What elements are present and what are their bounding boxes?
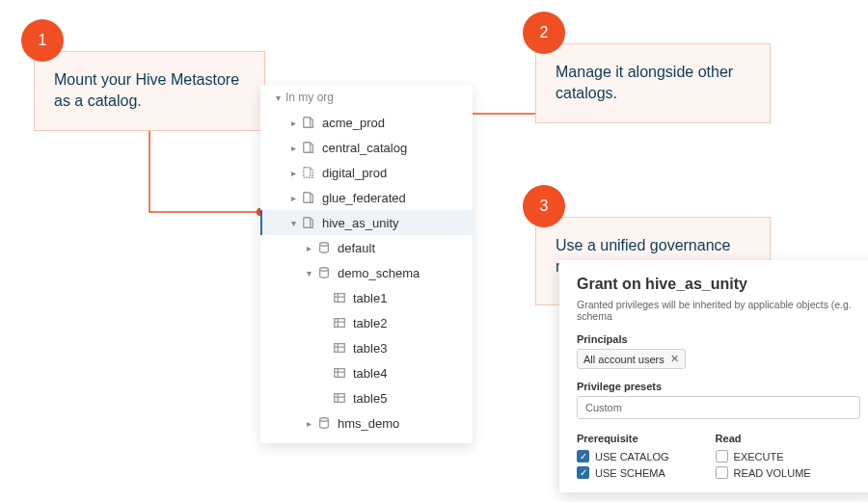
chevron-down-icon: ▾ — [303, 268, 314, 278]
svg-rect-10 — [335, 319, 345, 328]
table-icon — [332, 340, 347, 356]
col-read: Read — [716, 433, 811, 444]
chevron-right-icon: ▸ — [303, 418, 314, 429]
svg-rect-5 — [304, 193, 311, 203]
priv-use-schema[interactable]: ✓ USE SCHEMA — [577, 466, 669, 479]
tree-item-central-catalog[interactable]: ▸ central_catalog — [260, 135, 473, 160]
svg-point-7 — [320, 243, 329, 247]
checkbox-icon[interactable] — [716, 466, 728, 479]
tree-item-hms-demo[interactable]: ▸ hms_demo — [260, 410, 473, 436]
priv-use-catalog[interactable]: ✓ USE CATALOG — [577, 450, 669, 462]
tree-label: table3 — [353, 341, 387, 356]
tree-item-table2[interactable]: ▸ table2 — [260, 310, 473, 335]
table-icon — [332, 290, 347, 305]
chevron-right-icon: ▸ — [287, 118, 299, 128]
catalog-icon — [301, 140, 316, 155]
tree-label: default — [338, 241, 375, 255]
catalog-outline-icon — [301, 165, 316, 180]
tree-item-default[interactable]: ▸ default — [260, 235, 473, 260]
svg-rect-4 — [304, 168, 311, 178]
tree-label: glue_federated — [322, 191, 406, 205]
priv-label: USE CATALOG — [595, 451, 669, 462]
table-icon — [332, 390, 347, 406]
svg-rect-9 — [335, 294, 345, 303]
tree-label: acme_prod — [322, 116, 385, 130]
checkbox-checked-icon[interactable]: ✓ — [577, 450, 589, 462]
table-icon — [332, 315, 347, 330]
tree-label: table5 — [353, 391, 387, 406]
chevron-down-icon: ▾ — [287, 218, 299, 228]
checkbox-icon[interactable] — [716, 450, 728, 462]
grant-title: Grant on hive_as_unity — [577, 276, 860, 293]
svg-rect-2 — [304, 118, 311, 128]
catalog-tree: ▾ In my org ▸ acme_prod ▸ central_catalo… — [260, 85, 473, 443]
priv-read-volume[interactable]: READ VOLUME — [716, 466, 811, 479]
table-icon — [332, 365, 347, 381]
tree-label: hive_as_unity — [322, 216, 399, 230]
chevron-right-icon: ▸ — [287, 193, 299, 203]
badge-3: 3 — [523, 185, 565, 227]
svg-point-8 — [320, 268, 329, 272]
badge-1: 1 — [21, 19, 64, 62]
svg-rect-3 — [304, 143, 311, 153]
schema-icon — [316, 240, 332, 255]
tree-item-table5[interactable]: ▸ table5 — [260, 385, 473, 410]
tree-item-demo-schema[interactable]: ▾ demo_schema — [260, 260, 473, 285]
grant-dialog: Grant on hive_as_unity Granted privilege… — [559, 260, 868, 492]
tree-item-table1[interactable]: ▸ table1 — [260, 285, 473, 310]
principal-chip-label: All account users — [583, 354, 665, 365]
callout-1: Mount your Hive Metastore as a catalog. — [34, 51, 265, 131]
tree-item-table3[interactable]: ▸ table3 — [260, 335, 473, 360]
svg-rect-6 — [304, 218, 311, 228]
tree-label: table1 — [353, 291, 387, 305]
presets-label: Privilege presets — [577, 381, 860, 392]
close-icon[interactable]: ✕ — [670, 353, 679, 365]
tree-label: digital_prod — [322, 166, 387, 180]
catalog-icon — [301, 115, 316, 130]
tree-item-digital-prod[interactable]: ▸ digital_prod — [260, 160, 473, 185]
preset-select[interactable]: Custom — [577, 396, 860, 419]
tree-item-acme-prod[interactable]: ▸ acme_prod — [260, 110, 473, 135]
chevron-right-icon: ▸ — [287, 168, 299, 178]
badge-2: 2 — [523, 12, 565, 54]
checkbox-checked-icon[interactable]: ✓ — [577, 466, 589, 479]
col-prerequisite: Prerequisite — [577, 433, 669, 444]
tree-item-glue-federated[interactable]: ▸ glue_federated — [260, 185, 473, 210]
tree-item-hive-as-unity[interactable]: ▾ hive_as_unity — [260, 210, 473, 235]
chevron-down-icon: ▾ — [272, 92, 284, 103]
priv-label: USE SCHEMA — [595, 467, 665, 479]
priv-label: READ VOLUME — [734, 467, 811, 479]
tree-label: table2 — [353, 316, 387, 330]
svg-point-14 — [320, 418, 329, 422]
schema-icon — [316, 265, 332, 280]
catalog-icon — [301, 190, 316, 205]
tree-root[interactable]: ▾ In my org — [260, 85, 473, 110]
priv-execute[interactable]: EXECUTE — [716, 450, 811, 462]
tree-label: hms_demo — [338, 416, 399, 431]
principals-label: Principals — [577, 333, 860, 345]
tree-label: central_catalog — [322, 141, 407, 155]
schema-icon — [316, 415, 332, 431]
catalog-icon — [301, 215, 316, 230]
tree-item-table4[interactable]: ▸ table4 — [260, 360, 473, 385]
callout-2: Manage it alongside other catalogs. — [535, 43, 771, 123]
principal-chip[interactable]: All account users ✕ — [577, 349, 686, 369]
tree-label: demo_schema — [338, 266, 420, 280]
tree-label: table4 — [353, 366, 387, 381]
priv-label: EXECUTE — [734, 451, 784, 462]
svg-rect-12 — [335, 369, 345, 378]
svg-rect-11 — [335, 344, 345, 353]
tree-root-label: In my org — [285, 91, 334, 104]
svg-rect-13 — [335, 394, 345, 403]
chevron-right-icon: ▸ — [303, 243, 314, 253]
chevron-right-icon: ▸ — [287, 143, 299, 153]
grant-subtitle: Granted privileges will be inherited by … — [577, 299, 860, 322]
